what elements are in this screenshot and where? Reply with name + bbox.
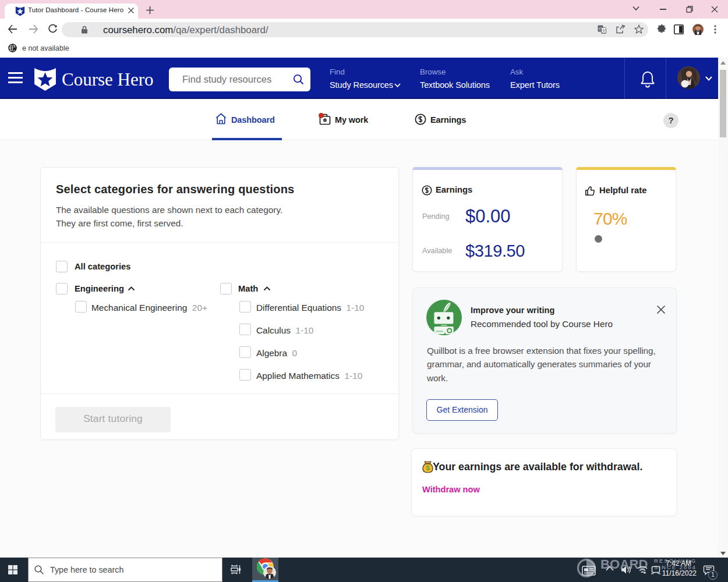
svg-text:文: 文: [602, 29, 606, 34]
svg-text:$: $: [426, 464, 429, 471]
